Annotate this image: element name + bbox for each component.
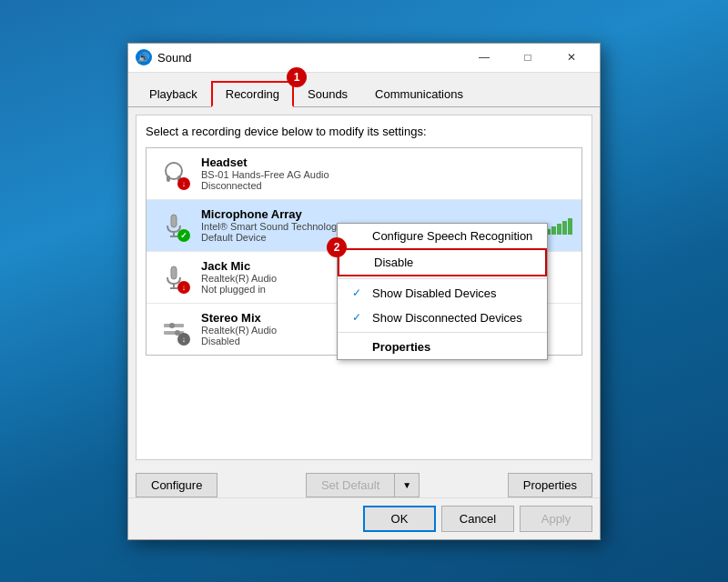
context-item-show-disconnected-label: Show Disconnected Devices xyxy=(372,311,522,325)
svg-point-11 xyxy=(169,323,175,328)
titlebar-controls: — □ ✕ xyxy=(463,43,592,72)
context-menu: Configure Speech Recognition Disable 2 ✓… xyxy=(337,223,548,360)
stereo-mix-icon: ↓ xyxy=(156,311,192,347)
properties-button[interactable]: Properties xyxy=(508,473,592,497)
svg-rect-6 xyxy=(171,266,177,279)
dialog-icon: 🔊 xyxy=(136,49,152,65)
context-item-configure-speech-label: Configure Speech Recognition xyxy=(372,229,532,243)
jack-mic-status-badge: ↓ xyxy=(177,281,190,294)
microphone-icon: ✓ xyxy=(156,207,192,244)
dialog-footer: OK Cancel Apply xyxy=(128,497,600,539)
signal-bar-2 xyxy=(551,226,556,235)
apply-button[interactable]: Apply xyxy=(520,506,592,532)
signal-bar-3 xyxy=(557,224,561,235)
headset-status: Disconnected xyxy=(201,180,572,191)
set-default-group: Set Default ▼ xyxy=(306,473,420,497)
headset-status-badge: ↓ xyxy=(177,177,190,190)
tab-playback[interactable]: Playback xyxy=(136,81,211,107)
headset-icon: ↓ xyxy=(156,156,192,192)
context-separator-1 xyxy=(338,278,547,279)
context-item-properties-label: Properties xyxy=(372,340,430,354)
device-item-headset[interactable]: ↓ Headset BS-01 Hands-Free AG Audio Disc… xyxy=(147,148,581,200)
headset-desc: BS-01 Hands-Free AG Audio xyxy=(201,169,572,180)
tab-communications[interactable]: Communications xyxy=(361,81,477,107)
content-area: Select a recording device below to modif… xyxy=(136,115,592,460)
svg-rect-3 xyxy=(171,215,177,227)
instruction-text: Select a recording device below to modif… xyxy=(146,125,582,138)
signal-bar-5 xyxy=(568,218,572,235)
cancel-button[interactable]: Cancel xyxy=(441,506,514,532)
headset-info: Headset BS-01 Hands-Free AG Audio Discon… xyxy=(201,156,572,191)
bottom-buttons-row1: Configure Set Default ▼ Properties xyxy=(128,467,600,497)
annotation-1: 1 xyxy=(287,67,307,87)
ok-button[interactable]: OK xyxy=(363,506,436,532)
dialog-title: Sound xyxy=(157,51,463,65)
check-show-disconnected: ✓ xyxy=(352,311,365,324)
sound-dialog: 🔊 Sound — □ ✕ Playback Recording 1 Sound… xyxy=(127,43,601,540)
set-default-arrow-button[interactable]: ▼ xyxy=(394,473,420,497)
annotation-2: 2 xyxy=(327,237,347,257)
context-item-show-disabled[interactable]: ✓ Show Disabled Devices xyxy=(338,281,547,306)
minimize-button[interactable]: — xyxy=(463,43,505,72)
maximize-button[interactable]: □ xyxy=(507,43,549,72)
headset-name: Headset xyxy=(201,156,572,169)
microphone-status-badge: ✓ xyxy=(177,229,190,242)
configure-button[interactable]: Configure xyxy=(136,473,217,497)
microphone-name: Microphone Array xyxy=(201,207,546,221)
svg-rect-1 xyxy=(167,176,170,182)
context-item-show-disconnected[interactable]: ✓ Show Disconnected Devices xyxy=(338,306,547,330)
check-show-disabled: ✓ xyxy=(352,286,365,299)
titlebar: 🔊 Sound — □ ✕ xyxy=(128,44,600,73)
ok-cancel-group: OK Cancel Apply xyxy=(363,506,592,532)
signal-bars xyxy=(546,216,572,235)
context-item-disable[interactable]: Disable 2 xyxy=(338,248,547,276)
close-button[interactable]: ✕ xyxy=(551,43,592,72)
tab-recording[interactable]: Recording xyxy=(211,81,294,107)
signal-bar-4 xyxy=(562,221,567,235)
jack-mic-icon: ↓ xyxy=(156,259,192,296)
context-item-configure-speech[interactable]: Configure Speech Recognition xyxy=(338,224,547,248)
context-item-disable-label: Disable xyxy=(374,256,413,269)
set-default-button[interactable]: Set Default xyxy=(306,473,394,497)
context-item-properties[interactable]: Properties xyxy=(338,335,547,359)
tab-bar: Playback Recording 1 Sounds Communicatio… xyxy=(128,73,600,107)
tab-sounds[interactable]: Sounds xyxy=(294,81,361,107)
context-separator-2 xyxy=(338,332,547,333)
context-item-show-disabled-label: Show Disabled Devices xyxy=(372,286,497,300)
stereo-mix-status-badge: ↓ xyxy=(177,333,190,346)
